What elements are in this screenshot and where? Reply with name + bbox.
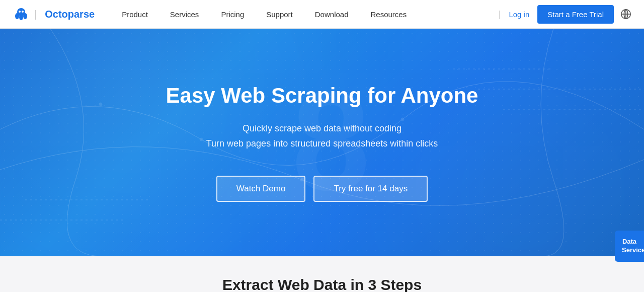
hero-subtitle-line2: Turn web pages into structured spreadshe… <box>206 138 438 149</box>
language-icon[interactable] <box>620 8 632 20</box>
svg-point-1 <box>15 13 19 19</box>
bottom-section: Extract Web Data in 3 Steps Point, click… <box>0 256 644 292</box>
brand-name: Octoparse <box>45 9 95 20</box>
hero-title: Easy Web Scraping for Anyone <box>166 83 478 108</box>
hero-buttons: Watch Demo Try free for 14 days <box>166 176 478 202</box>
svg-point-5 <box>22 11 24 13</box>
nav-item-support[interactable]: Support <box>255 0 304 29</box>
nav-item-resources[interactable]: Resources <box>360 0 418 29</box>
data-service-button[interactable]: Data Service <box>615 231 644 262</box>
try-free-button[interactable]: Try free for 14 days <box>313 176 428 202</box>
nav-item-services[interactable]: Services <box>159 0 210 29</box>
bottom-title: Extract Web Data in 3 Steps <box>10 276 634 292</box>
svg-point-2 <box>19 14 23 20</box>
navbar: | Octoparse Product Services Pricing Sup… <box>0 0 644 29</box>
nav-login-divider: | <box>499 9 501 20</box>
hero-subtitle-line1: Quickly scrape web data without coding <box>243 123 401 133</box>
svg-point-13 <box>99 103 102 106</box>
watch-demo-button[interactable]: Watch Demo <box>216 176 306 202</box>
start-trial-button[interactable]: Start a Free Trial <box>537 5 614 24</box>
nav-item-download[interactable]: Download <box>304 0 360 29</box>
nav-item-product[interactable]: Product <box>111 0 159 29</box>
nav-links: Product Services Pricing Support Downloa… <box>111 0 499 29</box>
svg-point-4 <box>19 11 21 13</box>
hero-content: Easy Web Scraping for Anyone Quickly scr… <box>156 83 489 202</box>
brand-logo-icon <box>12 5 30 23</box>
login-link[interactable]: Log in <box>507 10 531 19</box>
brand-divider: | <box>34 9 37 20</box>
brand-logo-link[interactable]: | Octoparse <box>12 5 95 23</box>
hero-section: 8 Easy Web Scraping for Anyone Quickly s… <box>0 29 644 256</box>
nav-actions: | Log in Start a Free Trial <box>499 5 632 24</box>
nav-item-pricing[interactable]: Pricing <box>210 0 255 29</box>
svg-point-3 <box>23 13 27 19</box>
hero-subtitle: Quickly scrape web data without coding T… <box>166 121 478 152</box>
